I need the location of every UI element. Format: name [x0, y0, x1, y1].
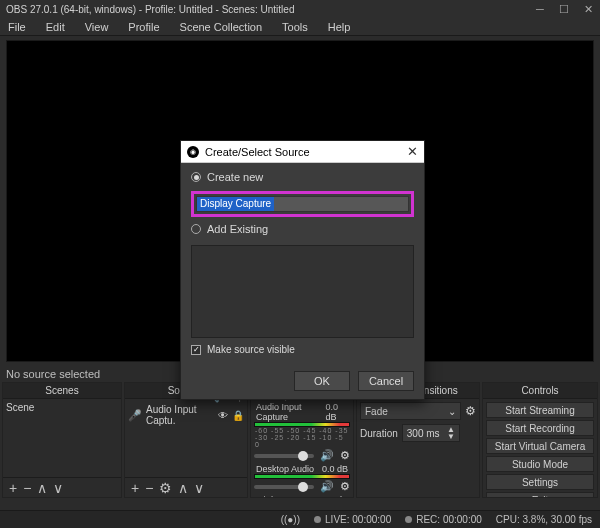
obs-logo-icon: ◉ — [187, 146, 199, 158]
statusbar: ((●)) LIVE: 00:00:00 REC: 00:00:00 CPU: … — [0, 510, 600, 528]
exit-button[interactable]: Exit — [486, 492, 594, 497]
live-dot-icon — [314, 516, 321, 523]
window-titlebar: OBS 27.0.1 (64-bit, windows) - Profile: … — [0, 0, 600, 18]
start-virtual-camera-button[interactable]: Start Virtual Camera — [486, 438, 594, 454]
speaker-icon[interactable]: 🔊 — [320, 480, 334, 493]
dock-scenes-title: Scenes — [3, 383, 121, 399]
status-cpu: CPU: 3.8%, 30.00 fps — [496, 514, 592, 525]
spinner-arrows-icon: ▲▼ — [447, 426, 455, 440]
transition-gear-icon[interactable]: ⚙ — [465, 404, 476, 418]
scene-add-icon[interactable]: + — [9, 480, 17, 496]
radio-icon — [191, 172, 201, 182]
add-existing-label: Add Existing — [207, 223, 268, 235]
status-live: LIVE: 00:00:00 — [325, 514, 391, 525]
source-item[interactable]: 🎤 Audio Input Captu. 👁 🔒 — [128, 402, 244, 428]
window-title: OBS 27.0.1 (64-bit, windows) - Profile: … — [6, 4, 528, 15]
rec-dot-icon — [405, 516, 412, 523]
menu-scene-collection[interactable]: Scene Collection — [176, 19, 267, 35]
dialog-close-icon[interactable]: ✕ — [407, 144, 418, 159]
make-visible-label: Make source visible — [207, 344, 295, 355]
studio-mode-button[interactable]: Studio Mode — [486, 456, 594, 472]
menu-help[interactable]: Help — [324, 19, 355, 35]
minimize-icon[interactable]: ─ — [528, 3, 552, 15]
create-new-label: Create new — [207, 171, 263, 183]
create-new-option[interactable]: Create new — [191, 171, 414, 183]
mixer-channel: Mic/Aux0.0 dB — [254, 495, 350, 497]
dialog-titlebar: ◉ Create/Select Source ✕ — [181, 141, 424, 163]
scene-item[interactable]: Scene — [6, 402, 118, 413]
add-existing-option[interactable]: Add Existing — [191, 223, 414, 235]
source-gear-icon[interactable]: ⚙ — [159, 480, 172, 496]
dock-controls: Controls Start Streaming Start Recording… — [482, 382, 598, 498]
menu-edit[interactable]: Edit — [42, 19, 69, 35]
source-add-icon[interactable]: + — [131, 480, 139, 496]
cancel-button[interactable]: Cancel — [358, 371, 414, 391]
source-up-icon[interactable]: ∧ — [178, 480, 188, 496]
status-rec: REC: 00:00:00 — [416, 514, 482, 525]
menu-tools[interactable]: Tools — [278, 19, 312, 35]
menubar: File Edit View Profile Scene Collection … — [0, 18, 600, 36]
source-item-label: Audio Input Captu. — [146, 404, 214, 426]
start-recording-button[interactable]: Start Recording — [486, 420, 594, 436]
make-visible-checkbox[interactable]: ✓ Make source visible — [191, 344, 414, 355]
gear-icon[interactable]: ⚙ — [340, 449, 350, 462]
dialog-title: Create/Select Source — [205, 146, 310, 158]
transition-select[interactable]: Fade ⌄ — [360, 402, 461, 420]
source-name-input[interactable]: Display Capture — [196, 196, 409, 212]
scene-down-icon[interactable]: ∨ — [53, 480, 63, 496]
lock-icon[interactable]: 🔒 — [232, 410, 244, 421]
menu-profile[interactable]: Profile — [124, 19, 163, 35]
start-streaming-button[interactable]: Start Streaming — [486, 402, 594, 418]
mixer-channel: Desktop Audio0.0 dB 🔊 ⚙ — [254, 464, 350, 493]
ok-button[interactable]: OK — [294, 371, 350, 391]
dock-controls-title: Controls — [483, 383, 597, 399]
source-remove-icon[interactable]: − — [145, 480, 153, 496]
volume-slider[interactable] — [254, 485, 314, 489]
checkbox-icon: ✓ — [191, 345, 201, 355]
scene-remove-icon[interactable]: − — [23, 480, 31, 496]
chevron-down-icon: ⌄ — [448, 406, 456, 417]
eye-icon[interactable]: 👁 — [218, 410, 228, 421]
existing-sources-list[interactable] — [191, 245, 414, 338]
speaker-icon[interactable]: 🔊 — [320, 449, 334, 462]
dock-scenes: Scenes Scene + − ∧ ∨ — [2, 382, 122, 498]
mixer-channel: Audio Input Capture0.0 dB -60 -55 -50 -4… — [254, 402, 350, 462]
highlight-annotation: Display Capture — [191, 191, 414, 217]
radio-icon — [191, 224, 201, 234]
maximize-icon[interactable]: ☐ — [552, 3, 576, 16]
duration-label: Duration — [360, 428, 398, 439]
menu-view[interactable]: View — [81, 19, 113, 35]
scene-up-icon[interactable]: ∧ — [37, 480, 47, 496]
close-icon[interactable]: ✕ — [576, 3, 600, 16]
mic-icon: 🎤 — [128, 409, 142, 422]
settings-button[interactable]: Settings — [486, 474, 594, 490]
volume-slider[interactable] — [254, 454, 314, 458]
vu-meter — [254, 474, 350, 479]
duration-spinner[interactable]: 300 ms ▲▼ — [402, 424, 460, 442]
source-name-value: Display Capture — [197, 197, 274, 211]
network-icon: ((●)) — [281, 514, 300, 525]
create-source-dialog: ◉ Create/Select Source ✕ Create new Disp… — [180, 140, 425, 400]
gear-icon[interactable]: ⚙ — [340, 480, 350, 493]
menu-file[interactable]: File — [4, 19, 30, 35]
source-down-icon[interactable]: ∨ — [194, 480, 204, 496]
